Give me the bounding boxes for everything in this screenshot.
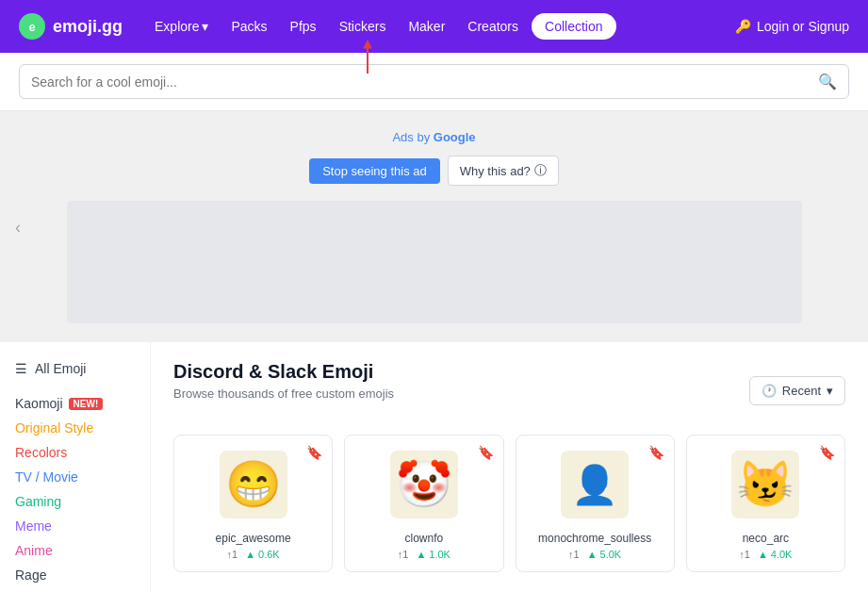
info-icon: ⓘ	[534, 162, 547, 179]
stat-count: ↑1	[398, 549, 409, 560]
sidebar: ☰ All Emoji Kaomoji New! Original Style …	[0, 342, 151, 592]
sidebar-item-tv-movie[interactable]: TV / Movie	[15, 465, 135, 489]
page-subtitle: Browse thousands of free custom emojis	[173, 386, 394, 401]
emoji-card: 🔖 🤡 clownfo ↑1 ▲ 1.0K	[344, 435, 503, 572]
sidebar-item-recolors[interactable]: Recolors	[15, 440, 135, 465]
emoji-image: 😼	[731, 451, 799, 518]
nav-creators[interactable]: Creators	[458, 13, 528, 40]
logo-text: emoji.gg	[53, 17, 123, 37]
stat-count: ↑1	[568, 549, 580, 560]
emoji-grid-area: Discord & Slack Emoji Browse thousands o…	[151, 342, 868, 592]
search-bar: 🔍	[0, 53, 868, 111]
sidebar-item-rage[interactable]: Rage	[15, 563, 135, 587]
emoji-name: clownfo	[356, 532, 491, 545]
sidebar-item-gaming[interactable]: Gaming	[15, 489, 135, 514]
new-badge: New!	[69, 398, 104, 410]
chevron-down-icon: ▾	[202, 19, 208, 34]
recent-sort-button[interactable]: 🕐 Recent ▾	[749, 376, 845, 405]
ads-by-google: Ads by Google	[392, 130, 475, 144]
nav-right: 🔑 Login or Signup	[735, 19, 849, 34]
emoji-image-wrap: 🤡	[356, 447, 491, 522]
user-icon: 🔑	[735, 19, 751, 34]
sidebar-all-emoji[interactable]: ☰ All Emoji	[15, 361, 135, 376]
emoji-name: monochrome_soulless	[528, 532, 663, 545]
emoji-card: 🔖 😁 epic_awesome ↑1 ▲ 0.6K	[173, 435, 333, 572]
svg-marker-1	[363, 40, 372, 49]
navbar: e emoji.gg Explore ▾ Packs Pfps Stickers…	[0, 0, 868, 53]
nav-pfps[interactable]: Pfps	[281, 13, 326, 40]
emoji-card: 🔖 😼 neco_arc ↑1 ▲ 4.0K	[686, 435, 845, 572]
bookmark-icon[interactable]: 🔖	[306, 445, 322, 460]
stat-pct: ▲ 4.0K	[758, 549, 793, 560]
stat-pct: ▲ 5.0K	[587, 549, 622, 560]
emoji-stats: ↑1 ▲ 0.6K	[186, 549, 320, 560]
bookmark-icon[interactable]: 🔖	[478, 445, 494, 460]
emoji-cards: 🔖 😁 epic_awesome ↑1 ▲ 0.6K 🔖 🤡 clownfo	[173, 435, 845, 572]
logo-circle: e	[19, 13, 45, 40]
stop-ad-button[interactable]: Stop seeing this ad	[309, 158, 440, 184]
grid-title-wrap: Discord & Slack Emoji Browse thousands o…	[173, 361, 394, 419]
stat-count: ↑1	[739, 549, 750, 560]
sidebar-item-original-style[interactable]: Original Style	[15, 416, 135, 440]
sidebar-item-kaomoji[interactable]: Kaomoji New!	[15, 391, 135, 416]
site-logo[interactable]: e emoji.gg	[19, 13, 123, 40]
emoji-stats: ↑1 ▲ 1.0K	[356, 549, 491, 560]
ad-placeholder	[67, 201, 802, 323]
chevron-down-icon: ▾	[827, 384, 833, 398]
emoji-image: 🤡	[390, 451, 458, 518]
emoji-image-wrap: 😼	[698, 447, 833, 522]
sidebar-item-meme[interactable]: Meme	[15, 514, 135, 538]
search-icon[interactable]: 🔍	[818, 73, 837, 90]
nav-links: Explore ▾ Packs Pfps Stickers Maker Crea…	[145, 13, 735, 40]
search-input-wrap: 🔍	[19, 64, 849, 99]
bookmark-icon[interactable]: 🔖	[819, 445, 835, 460]
nav-stickers[interactable]: Stickers	[330, 13, 396, 40]
menu-icon: ☰	[15, 361, 27, 376]
login-button[interactable]: 🔑 Login or Signup	[735, 19, 849, 34]
emoji-image: 👤	[561, 451, 629, 518]
emoji-image: 😁	[220, 451, 287, 518]
sidebar-item-anime[interactable]: Anime	[15, 538, 135, 563]
nav-maker[interactable]: Maker	[399, 13, 454, 40]
stat-pct: ▲ 1.0K	[416, 549, 450, 560]
stat-pct: ▲ 0.6K	[245, 549, 280, 560]
stat-count: ↑1	[227, 549, 238, 560]
emoji-stats: ↑1 ▲ 5.0K	[528, 549, 663, 560]
nav-collection[interactable]: Collection	[532, 13, 615, 40]
bookmark-icon[interactable]: 🔖	[648, 445, 664, 460]
ad-buttons: Stop seeing this ad Why this ad? ⓘ	[309, 156, 559, 186]
search-input[interactable]	[31, 74, 818, 90]
grid-header: Discord & Slack Emoji Browse thousands o…	[173, 361, 845, 419]
why-ad-button[interactable]: Why this ad? ⓘ	[448, 156, 559, 186]
emoji-stats: ↑1 ▲ 4.0K	[698, 549, 833, 560]
emoji-name: epic_awesome	[186, 532, 320, 545]
emoji-image-wrap: 👤	[528, 447, 663, 522]
nav-packs[interactable]: Packs	[221, 13, 276, 40]
nav-explore[interactable]: Explore ▾	[145, 13, 218, 40]
main-content: ☰ All Emoji Kaomoji New! Original Style …	[0, 342, 868, 592]
ad-back-button[interactable]: ‹	[15, 217, 21, 237]
page-title: Discord & Slack Emoji	[173, 361, 394, 383]
emoji-card: 🔖 👤 monochrome_soulless ↑1 ▲ 5.0K	[516, 435, 675, 572]
clock-icon: 🕐	[762, 384, 777, 398]
emoji-name: neco_arc	[698, 532, 833, 545]
emoji-image-wrap: 😁	[186, 447, 320, 522]
ad-section: ‹ Ads by Google Stop seeing this ad Why …	[0, 111, 868, 342]
